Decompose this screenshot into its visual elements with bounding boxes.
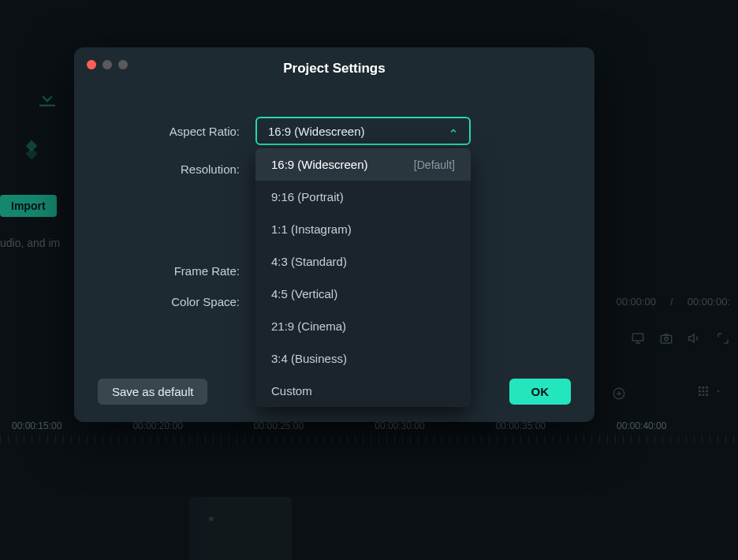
background-hint-text: udio, and im xyxy=(0,237,60,249)
svg-rect-9 xyxy=(706,390,708,393)
ok-button[interactable]: OK xyxy=(509,379,572,405)
svg-rect-5 xyxy=(703,386,705,389)
svg-rect-0 xyxy=(632,334,643,341)
timeline-ticks xyxy=(0,435,738,443)
default-tag: [Default] xyxy=(414,159,455,171)
frame-rate-label: Frame Rate: xyxy=(98,264,255,278)
option-label: 9:16 (Portrait) xyxy=(271,190,344,203)
aspect-ratio-option-4-5[interactable]: 4:5 (Vertical) xyxy=(255,278,471,310)
modal-title: Project Settings xyxy=(283,61,385,77)
timeline-mark: 00:00:30:00 xyxy=(375,420,424,431)
aspect-ratio-select[interactable]: 16:9 (Widescreen) xyxy=(255,117,471,145)
aspect-ratio-menu: 16:9 (Widescreen) [Default] 9:16 (Portra… xyxy=(255,148,471,407)
preview-toolbar xyxy=(631,331,730,345)
chevron-up-icon xyxy=(449,125,458,138)
aspect-ratio-option-21-9[interactable]: 21:9 (Cinema) xyxy=(255,310,471,342)
svg-rect-4 xyxy=(699,386,701,389)
option-label: 4:3 (Standard) xyxy=(271,255,347,268)
project-settings-modal: Project Settings Aspect Ratio: 16:9 (Wid… xyxy=(74,47,594,422)
svg-rect-11 xyxy=(703,394,705,396)
timecode-separator: / xyxy=(670,296,673,308)
option-label: Custom xyxy=(271,384,312,398)
aspect-ratio-option-16-9[interactable]: 16:9 (Widescreen) [Default] xyxy=(255,148,471,181)
timeline-mark: 00:00:40:00 xyxy=(617,420,666,431)
aspect-ratio-option-3-4[interactable]: 3:4 (Business) xyxy=(255,342,471,375)
aspect-ratio-dropdown: 16:9 (Widescreen) 16:9 (Widescreen) [Def… xyxy=(255,117,471,145)
view-grid-icon[interactable] xyxy=(697,385,722,398)
camera-icon[interactable] xyxy=(659,331,673,345)
option-label: 1:1 (Instagram) xyxy=(271,222,352,236)
chevron-down-icon xyxy=(714,387,722,395)
option-label: 4:5 (Vertical) xyxy=(271,287,337,301)
svg-rect-8 xyxy=(703,390,705,393)
option-label: 21:9 (Cinema) xyxy=(271,319,346,333)
option-label: 3:4 (Business) xyxy=(271,352,347,365)
svg-rect-1 xyxy=(661,335,672,343)
expand-icon[interactable] xyxy=(716,331,730,345)
download-icon xyxy=(35,87,59,110)
svg-rect-10 xyxy=(699,394,701,396)
aspect-ratio-option-4-3[interactable]: 4:3 (Standard) xyxy=(255,245,471,278)
timeline-mark: 00:00:35:00 xyxy=(496,420,546,431)
window-controls xyxy=(87,60,128,69)
option-label: 16:9 (Widescreen) xyxy=(271,158,368,171)
timecode-current: 00:00:00 xyxy=(616,296,656,308)
monitor-icon[interactable] xyxy=(631,331,645,345)
add-track-icon[interactable] xyxy=(612,386,626,404)
aspect-ratio-row: Aspect Ratio: 16:9 (Widescreen) 16:9 (Wi… xyxy=(98,117,571,145)
svg-rect-7 xyxy=(699,390,701,393)
volume-icon[interactable] xyxy=(688,331,702,345)
import-button[interactable]: Import xyxy=(0,195,57,217)
aspect-ratio-option-custom[interactable]: Custom xyxy=(255,375,471,407)
timeline-mark: 00:00:25:00 xyxy=(254,420,304,431)
aspect-ratio-label: Aspect Ratio: xyxy=(98,125,255,138)
svg-rect-6 xyxy=(706,386,708,389)
svg-point-2 xyxy=(665,338,669,342)
close-window-icon[interactable] xyxy=(87,60,96,69)
aspect-ratio-option-1-1[interactable]: 1:1 (Instagram) xyxy=(255,213,471,245)
aspect-ratio-value: 16:9 (Widescreen) xyxy=(268,125,365,138)
timeline-mark: 00:00:15:00 xyxy=(12,420,62,431)
modal-titlebar: Project Settings xyxy=(74,47,594,85)
timeline-mark: 00:00:20:00 xyxy=(132,420,182,431)
resolution-label: Resolution: xyxy=(98,162,255,176)
modal-body: Aspect Ratio: 16:9 (Widescreen) 16:9 (Wi… xyxy=(74,85,594,342)
minimize-window-icon[interactable] xyxy=(102,60,112,69)
svg-rect-12 xyxy=(706,394,708,396)
maximize-window-icon[interactable] xyxy=(118,60,128,69)
save-as-default-button[interactable]: Save as default xyxy=(98,379,207,405)
color-space-label: Color Space: xyxy=(98,295,255,308)
timeline-clip[interactable] xyxy=(189,497,292,560)
timecode-display: 00:00:00 / 00:00:00: xyxy=(616,296,730,308)
aspect-ratio-option-9-16[interactable]: 9:16 (Portrait) xyxy=(255,181,471,213)
timecode-total: 00:00:00: xyxy=(688,296,730,308)
app-logo-icon xyxy=(20,138,43,162)
